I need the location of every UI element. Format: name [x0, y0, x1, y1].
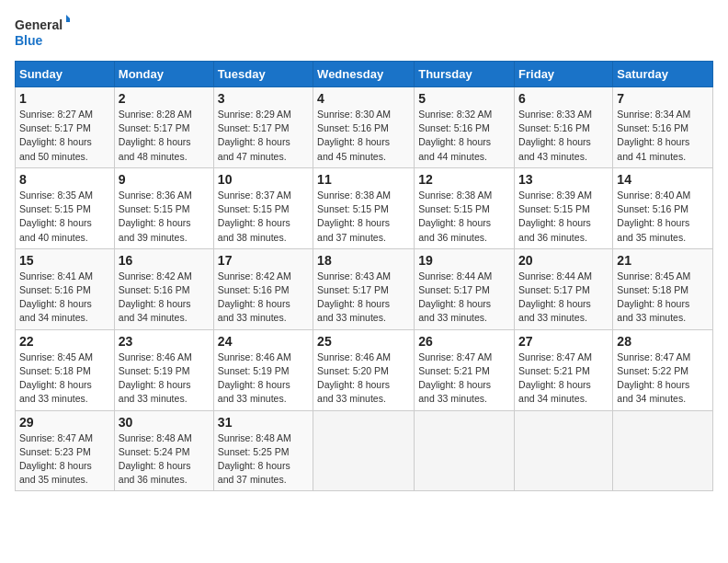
header-thursday: Thursday: [415, 62, 515, 87]
day-info: Sunrise: 8:47 AM Sunset: 5:22 PM Dayligh…: [617, 350, 709, 407]
calendar-cell: 28Sunrise: 8:47 AM Sunset: 5:22 PM Dayli…: [613, 329, 713, 410]
day-info: Sunrise: 8:43 AM Sunset: 5:17 PM Dayligh…: [317, 270, 410, 326]
day-info: Sunrise: 8:47 AM Sunset: 5:23 PM Dayligh…: [19, 431, 110, 488]
day-info: Sunrise: 8:40 AM Sunset: 5:16 PM Dayligh…: [617, 189, 709, 245]
calendar-cell: [613, 410, 713, 491]
logo-svg: General Blue: [15, 15, 70, 50]
calendar-week-1: 1Sunrise: 8:27 AM Sunset: 5:17 PM Daylig…: [16, 87, 713, 168]
day-number: 2: [119, 91, 210, 106]
day-number: 20: [518, 253, 609, 268]
day-number: 14: [617, 172, 709, 187]
day-info: Sunrise: 8:27 AM Sunset: 5:17 PM Dayligh…: [19, 108, 110, 164]
day-number: 4: [317, 91, 410, 106]
calendar-cell: 17Sunrise: 8:42 AM Sunset: 5:16 PM Dayli…: [213, 248, 313, 329]
calendar-week-3: 15Sunrise: 8:41 AM Sunset: 5:16 PM Dayli…: [16, 248, 713, 329]
day-number: 29: [19, 415, 110, 430]
calendar-week-2: 8Sunrise: 8:35 AM Sunset: 5:15 PM Daylig…: [16, 167, 713, 248]
calendar-cell: 16Sunrise: 8:42 AM Sunset: 5:16 PM Dayli…: [114, 248, 213, 329]
day-info: Sunrise: 8:37 AM Sunset: 5:15 PM Dayligh…: [218, 189, 309, 245]
day-info: Sunrise: 8:34 AM Sunset: 5:16 PM Dayligh…: [617, 108, 709, 164]
calendar-cell: 3Sunrise: 8:29 AM Sunset: 5:17 PM Daylig…: [213, 87, 313, 168]
calendar-cell: 1Sunrise: 8:27 AM Sunset: 5:17 PM Daylig…: [16, 87, 115, 168]
day-number: 15: [19, 253, 110, 268]
calendar-cell: 25Sunrise: 8:46 AM Sunset: 5:20 PM Dayli…: [313, 329, 415, 410]
day-number: 10: [218, 172, 309, 187]
day-info: Sunrise: 8:48 AM Sunset: 5:25 PM Dayligh…: [218, 431, 309, 488]
calendar-week-4: 22Sunrise: 8:45 AM Sunset: 5:18 PM Dayli…: [16, 329, 713, 410]
day-number: 16: [119, 253, 210, 268]
calendar-cell: 24Sunrise: 8:46 AM Sunset: 5:19 PM Dayli…: [213, 329, 313, 410]
calendar-cell: 18Sunrise: 8:43 AM Sunset: 5:17 PM Dayli…: [313, 248, 415, 329]
header-sunday: Sunday: [16, 62, 115, 87]
day-number: 1: [19, 91, 110, 106]
day-number: 31: [218, 415, 309, 430]
day-info: Sunrise: 8:38 AM Sunset: 5:15 PM Dayligh…: [418, 189, 510, 245]
calendar-cell: [515, 410, 613, 491]
svg-marker-2: [66, 15, 70, 22]
calendar-cell: 9Sunrise: 8:36 AM Sunset: 5:15 PM Daylig…: [114, 167, 213, 248]
calendar-cell: 11Sunrise: 8:38 AM Sunset: 5:15 PM Dayli…: [313, 167, 415, 248]
calendar-week-5: 29Sunrise: 8:47 AM Sunset: 5:23 PM Dayli…: [16, 410, 713, 491]
day-info: Sunrise: 8:48 AM Sunset: 5:24 PM Dayligh…: [119, 431, 210, 488]
calendar-cell: 14Sunrise: 8:40 AM Sunset: 5:16 PM Dayli…: [613, 167, 713, 248]
day-info: Sunrise: 8:38 AM Sunset: 5:15 PM Dayligh…: [317, 189, 410, 245]
day-info: Sunrise: 8:44 AM Sunset: 5:17 PM Dayligh…: [418, 270, 510, 326]
calendar-cell: 4Sunrise: 8:30 AM Sunset: 5:16 PM Daylig…: [313, 87, 415, 168]
svg-text:Blue: Blue: [15, 33, 43, 48]
calendar-cell: 23Sunrise: 8:46 AM Sunset: 5:19 PM Dayli…: [114, 329, 213, 410]
calendar-cell: 5Sunrise: 8:32 AM Sunset: 5:16 PM Daylig…: [415, 87, 515, 168]
day-info: Sunrise: 8:28 AM Sunset: 5:17 PM Dayligh…: [119, 108, 210, 164]
day-number: 9: [119, 172, 210, 187]
day-info: Sunrise: 8:45 AM Sunset: 5:18 PM Dayligh…: [19, 350, 110, 407]
day-info: Sunrise: 8:44 AM Sunset: 5:17 PM Dayligh…: [518, 270, 609, 326]
day-number: 24: [218, 334, 309, 349]
day-number: 13: [518, 172, 609, 187]
day-number: 8: [19, 172, 110, 187]
day-number: 23: [119, 334, 210, 349]
day-info: Sunrise: 8:42 AM Sunset: 5:16 PM Dayligh…: [119, 270, 210, 326]
calendar-cell: 30Sunrise: 8:48 AM Sunset: 5:24 PM Dayli…: [114, 410, 213, 491]
calendar-cell: 26Sunrise: 8:47 AM Sunset: 5:21 PM Dayli…: [415, 329, 515, 410]
day-number: 3: [218, 91, 309, 106]
logo: General Blue: [15, 15, 70, 50]
day-info: Sunrise: 8:32 AM Sunset: 5:16 PM Dayligh…: [418, 108, 510, 164]
day-info: Sunrise: 8:30 AM Sunset: 5:16 PM Dayligh…: [317, 108, 410, 164]
day-number: 25: [317, 334, 410, 349]
calendar-cell: 27Sunrise: 8:47 AM Sunset: 5:21 PM Dayli…: [515, 329, 613, 410]
calendar-cell: 7Sunrise: 8:34 AM Sunset: 5:16 PM Daylig…: [613, 87, 713, 168]
day-info: Sunrise: 8:45 AM Sunset: 5:18 PM Dayligh…: [617, 270, 709, 326]
day-info: Sunrise: 8:41 AM Sunset: 5:16 PM Dayligh…: [19, 270, 110, 326]
day-info: Sunrise: 8:36 AM Sunset: 5:15 PM Dayligh…: [119, 189, 210, 245]
day-number: 7: [617, 91, 709, 106]
calendar-cell: 29Sunrise: 8:47 AM Sunset: 5:23 PM Dayli…: [16, 410, 115, 491]
calendar-cell: 8Sunrise: 8:35 AM Sunset: 5:15 PM Daylig…: [16, 167, 115, 248]
calendar-cell: 6Sunrise: 8:33 AM Sunset: 5:16 PM Daylig…: [515, 87, 613, 168]
header-friday: Friday: [515, 62, 613, 87]
calendar-table: SundayMondayTuesdayWednesdayThursdayFrid…: [15, 61, 713, 491]
header-monday: Monday: [114, 62, 213, 87]
day-number: 12: [418, 172, 510, 187]
day-info: Sunrise: 8:42 AM Sunset: 5:16 PM Dayligh…: [218, 270, 309, 326]
day-info: Sunrise: 8:46 AM Sunset: 5:19 PM Dayligh…: [119, 350, 210, 407]
calendar-cell: [313, 410, 415, 491]
calendar-cell: 22Sunrise: 8:45 AM Sunset: 5:18 PM Dayli…: [16, 329, 115, 410]
calendar-cell: 21Sunrise: 8:45 AM Sunset: 5:18 PM Dayli…: [613, 248, 713, 329]
header-wednesday: Wednesday: [313, 62, 415, 87]
calendar-header-row: SundayMondayTuesdayWednesdayThursdayFrid…: [16, 62, 713, 87]
header-tuesday: Tuesday: [213, 62, 313, 87]
day-number: 27: [518, 334, 609, 349]
calendar-cell: 19Sunrise: 8:44 AM Sunset: 5:17 PM Dayli…: [415, 248, 515, 329]
day-info: Sunrise: 8:46 AM Sunset: 5:19 PM Dayligh…: [218, 350, 309, 407]
calendar-cell: 13Sunrise: 8:39 AM Sunset: 5:15 PM Dayli…: [515, 167, 613, 248]
day-number: 6: [518, 91, 609, 106]
calendar-cell: 20Sunrise: 8:44 AM Sunset: 5:17 PM Dayli…: [515, 248, 613, 329]
day-info: Sunrise: 8:39 AM Sunset: 5:15 PM Dayligh…: [518, 189, 609, 245]
header-saturday: Saturday: [613, 62, 713, 87]
day-number: 18: [317, 253, 410, 268]
day-number: 28: [617, 334, 709, 349]
day-info: Sunrise: 8:47 AM Sunset: 5:21 PM Dayligh…: [418, 350, 510, 407]
calendar-cell: [415, 410, 515, 491]
day-info: Sunrise: 8:29 AM Sunset: 5:17 PM Dayligh…: [218, 108, 309, 164]
calendar-cell: 2Sunrise: 8:28 AM Sunset: 5:17 PM Daylig…: [114, 87, 213, 168]
day-info: Sunrise: 8:33 AM Sunset: 5:16 PM Dayligh…: [518, 108, 609, 164]
